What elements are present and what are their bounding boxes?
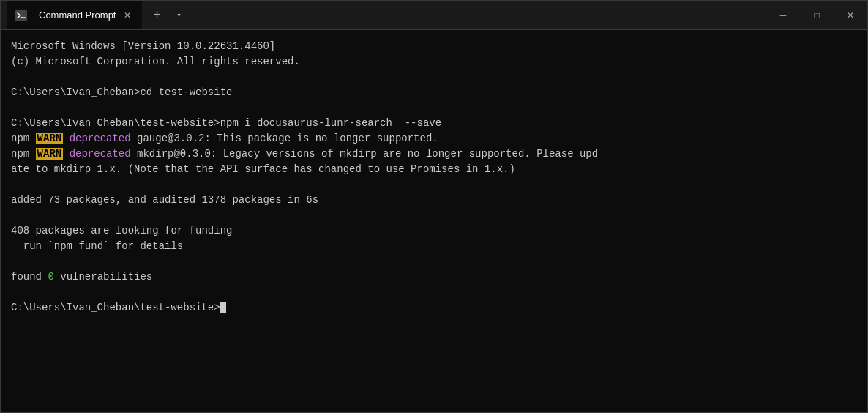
terminal-prompt-line: C:\Users\Ivan_Cheban\test-website>: [11, 300, 857, 316]
terminal-warn-line-2: npm WARN deprecated mkdirp@0.3.0: Legacy…: [11, 146, 857, 162]
vulnerability-count: 0: [48, 271, 53, 283]
terminal-line: ate to mkdirp 1.x. (Note that the API su…: [11, 162, 857, 177]
deprecated-label: deprecated: [70, 148, 131, 160]
terminal-empty-line: [11, 285, 857, 300]
tab-area: Command Prompt ✕ + ▾: [7, 1, 766, 29]
tab-close-button[interactable]: ✕: [121, 10, 133, 21]
warn-badge: WARN: [36, 133, 64, 144]
maximize-button[interactable]: □: [800, 1, 834, 30]
close-button[interactable]: ✕: [834, 1, 867, 30]
terminal-line: C:\Users\Ivan_Cheban\test-website>npm i …: [11, 116, 857, 131]
terminal-line: 408 packages are looking for funding: [11, 223, 857, 239]
terminal-line: (c) Microsoft Corporation. All rights re…: [11, 54, 857, 70]
titlebar: Command Prompt ✕ + ▾ ─ □ ✕: [1, 1, 867, 30]
svg-rect-0: [15, 10, 27, 21]
terminal-window: Command Prompt ✕ + ▾ ─ □ ✕ Microsoft Win…: [0, 0, 868, 413]
terminal-icon: [15, 10, 27, 21]
terminal-empty-line: [11, 70, 857, 85]
warn-badge: WARN: [36, 148, 64, 160]
deprecated-label: deprecated: [70, 133, 131, 144]
terminal-empty-line: [11, 208, 857, 223]
tab-title: Command Prompt: [39, 10, 116, 21]
terminal-empty-line: [11, 254, 857, 269]
terminal-cursor: [220, 302, 226, 313]
terminal-empty-line: [11, 177, 857, 193]
terminal-line: added 73 packages, and audited 1378 pack…: [11, 193, 857, 208]
new-tab-button[interactable]: +: [145, 4, 168, 27]
terminal-line: run `npm fund` for details: [11, 239, 857, 254]
minimize-button[interactable]: ─: [766, 1, 800, 30]
terminal-empty-line: [11, 100, 857, 116]
window-controls: ─ □ ✕: [766, 1, 867, 29]
active-tab[interactable]: Command Prompt ✕: [7, 1, 142, 29]
terminal-line: C:\Users\Ivan_Cheban>cd test-website: [11, 85, 857, 100]
terminal-body[interactable]: Microsoft Windows [Version 10.0.22631.44…: [1, 30, 867, 412]
terminal-warn-line-1: npm WARN deprecated gauge@3.0.2: This pa…: [11, 131, 857, 146]
terminal-found-line: found 0 vulnerabilities: [11, 269, 857, 285]
terminal-line: Microsoft Windows [Version 10.0.22631.44…: [11, 39, 857, 54]
tab-dropdown-button[interactable]: ▾: [168, 5, 189, 26]
